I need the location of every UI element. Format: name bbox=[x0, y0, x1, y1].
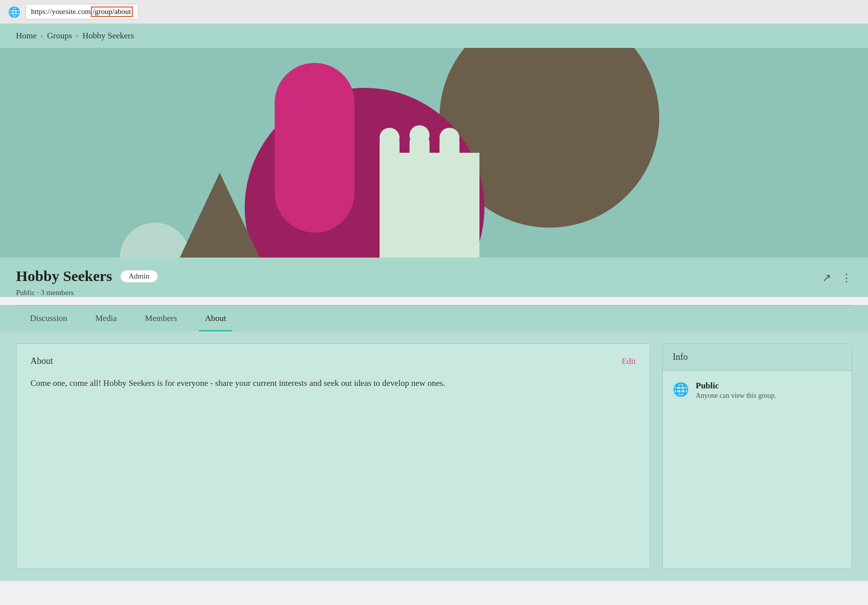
group-title-area: Hobby Seekers Admin Public · 3 members bbox=[16, 268, 158, 297]
visibility-sub: Anyone can view this group. bbox=[696, 392, 776, 400]
visibility-icon: 🌐 bbox=[673, 382, 689, 397]
svg-rect-3 bbox=[275, 63, 355, 233]
url-highlighted: /group/about bbox=[91, 6, 133, 17]
info-card: Info 🌐 Public Anyone can view this group… bbox=[662, 343, 852, 569]
breadcrumb-sep-1: › bbox=[41, 32, 43, 40]
info-card-header: Info bbox=[663, 344, 852, 371]
more-icon[interactable]: ⋮ bbox=[841, 272, 852, 285]
about-card-title: About bbox=[30, 356, 53, 366]
svg-rect-10 bbox=[410, 125, 430, 145]
admin-badge: Admin bbox=[120, 270, 158, 283]
group-actions: ↗ ⋮ bbox=[822, 268, 852, 285]
breadcrumb-groups[interactable]: Groups bbox=[47, 31, 72, 41]
group-title: Hobby Seekers bbox=[16, 268, 112, 285]
svg-rect-5 bbox=[380, 153, 479, 258]
url-bar[interactable]: https://yoursite.com/group/about bbox=[25, 4, 138, 19]
svg-rect-9 bbox=[380, 128, 400, 148]
globe-icon: 🌐 bbox=[8, 6, 20, 18]
hero-image: WAV bbox=[0, 48, 868, 258]
hero-artwork bbox=[0, 48, 868, 258]
tab-members[interactable]: Members bbox=[131, 305, 191, 331]
edit-link[interactable]: Edit bbox=[622, 356, 636, 366]
group-info-bar: Hobby Seekers Admin Public · 3 members ↗… bbox=[0, 258, 868, 297]
info-visibility-row: 🌐 Public Anyone can view this group. bbox=[673, 381, 842, 400]
group-meta: Public · 3 members bbox=[16, 289, 158, 297]
info-text: Public Anyone can view this group. bbox=[696, 381, 776, 400]
share-icon[interactable]: ↗ bbox=[822, 272, 831, 285]
tab-discussion[interactable]: Discussion bbox=[16, 305, 81, 331]
tab-media[interactable]: Media bbox=[81, 305, 131, 331]
group-title-row: Hobby Seekers Admin bbox=[16, 268, 158, 285]
about-card-header: About Edit bbox=[30, 356, 636, 366]
breadcrumb-home[interactable]: Home bbox=[16, 31, 37, 41]
main-content: About Edit Come one, come all! Hobby See… bbox=[0, 331, 868, 581]
browser-bar: 🌐 https://yoursite.com/group/about bbox=[0, 0, 868, 24]
info-card-body: 🌐 Public Anyone can view this group. bbox=[663, 371, 852, 410]
url-before: https://yoursite.com bbox=[31, 7, 91, 16]
tab-about[interactable]: About bbox=[191, 305, 240, 331]
visibility-label: Public bbox=[696, 381, 776, 391]
tab-bar: Discussion Media Members About bbox=[0, 305, 868, 331]
about-description: Come one, come all! Hobby Seekers is for… bbox=[30, 376, 636, 390]
svg-rect-11 bbox=[439, 128, 459, 148]
about-card: About Edit Come one, come all! Hobby See… bbox=[16, 343, 650, 569]
breadcrumb-sep-2: › bbox=[76, 32, 78, 40]
breadcrumb: Home › Groups › Hobby Seekers bbox=[0, 24, 868, 48]
breadcrumb-current: Hobby Seekers bbox=[82, 31, 134, 41]
